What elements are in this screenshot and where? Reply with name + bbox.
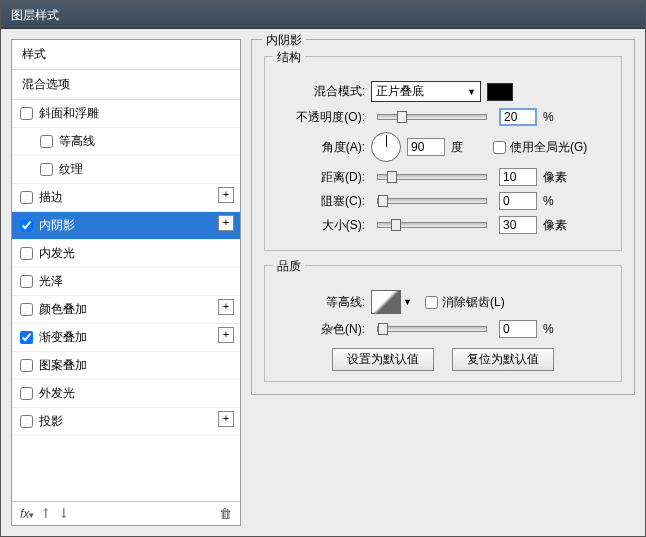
angle-label: 角度(A): — [275, 139, 365, 156]
set-default-button[interactable]: 设置为默认值 — [332, 348, 434, 371]
size-unit: 像素 — [543, 217, 573, 234]
size-input[interactable] — [499, 216, 537, 234]
layer-style-dialog: 图层样式 样式 混合选项 斜面和浮雕等高线纹理描边+内阴影+内发光光泽颜色叠加+… — [0, 0, 646, 537]
contour-label: 等高线: — [275, 294, 365, 311]
size-slider[interactable] — [377, 222, 487, 228]
add-effect-icon[interactable]: + — [218, 411, 234, 427]
blend-mode-select[interactable]: 正片叠底 ▼ — [371, 81, 481, 102]
structure-title: 结构 — [273, 49, 305, 66]
noise-unit: % — [543, 322, 573, 336]
noise-input[interactable] — [499, 320, 537, 338]
style-label: 描边 — [39, 189, 63, 206]
opacity-unit: % — [543, 110, 573, 124]
noise-slider[interactable] — [377, 326, 487, 332]
style-checkbox[interactable] — [20, 219, 33, 232]
structure-group: 结构 混合模式: 正片叠底 ▼ 不透明度(O): % — [264, 56, 622, 251]
styles-footer: fx▾ 🠕 🠗 🗑 — [12, 501, 240, 525]
style-item-4[interactable]: 内阴影+ — [12, 212, 240, 240]
style-item-9[interactable]: 图案叠加 — [12, 352, 240, 380]
style-item-3[interactable]: 描边+ — [12, 184, 240, 212]
style-item-8[interactable]: 渐变叠加+ — [12, 324, 240, 352]
choke-label: 阻塞(C): — [275, 193, 365, 210]
style-item-7[interactable]: 颜色叠加+ — [12, 296, 240, 324]
style-item-2[interactable]: 纹理 — [12, 156, 240, 184]
styles-header[interactable]: 样式 — [12, 40, 240, 70]
style-checkbox[interactable] — [20, 107, 33, 120]
style-label: 内阴影 — [39, 217, 75, 234]
distance-label: 距离(D): — [275, 169, 365, 186]
chevron-down-icon: ▼ — [467, 87, 476, 97]
chevron-down-icon: ▼ — [403, 297, 412, 307]
quality-title: 品质 — [273, 258, 305, 275]
style-item-1[interactable]: 等高线 — [12, 128, 240, 156]
style-label: 斜面和浮雕 — [39, 105, 99, 122]
titlebar: 图层样式 — [1, 1, 645, 29]
angle-dial[interactable] — [371, 132, 401, 162]
style-checkbox[interactable] — [20, 331, 33, 344]
style-checkbox[interactable] — [40, 135, 53, 148]
style-label: 等高线 — [59, 133, 95, 150]
style-checkbox[interactable] — [20, 191, 33, 204]
styles-list-panel: 样式 混合选项 斜面和浮雕等高线纹理描边+内阴影+内发光光泽颜色叠加+渐变叠加+… — [11, 39, 241, 526]
angle-unit: 度 — [451, 139, 481, 156]
quality-group: 品质 等高线: ▼ 消除锯齿(L) 杂色(N): % — [264, 265, 622, 382]
contour-picker[interactable]: ▼ — [371, 290, 401, 314]
style-checkbox[interactable] — [20, 303, 33, 316]
style-item-5[interactable]: 内发光 — [12, 240, 240, 268]
panel-title: 内阴影 — [262, 32, 306, 49]
blend-mode-label: 混合模式: — [275, 83, 365, 100]
reset-default-button[interactable]: 复位为默认值 — [452, 348, 554, 371]
distance-unit: 像素 — [543, 169, 573, 186]
trash-icon[interactable]: 🗑 — [219, 506, 232, 521]
style-checkbox[interactable] — [20, 247, 33, 260]
style-label: 渐变叠加 — [39, 329, 87, 346]
shadow-color-swatch[interactable] — [487, 83, 513, 101]
global-light-checkbox[interactable]: 使用全局光(G) — [493, 139, 587, 156]
add-effect-icon[interactable]: + — [218, 215, 234, 231]
move-down-icon[interactable]: 🠗 — [58, 507, 70, 521]
distance-slider[interactable] — [377, 174, 487, 180]
noise-label: 杂色(N): — [275, 321, 365, 338]
opacity-label: 不透明度(O): — [275, 109, 365, 126]
style-checkbox[interactable] — [20, 387, 33, 400]
add-effect-icon[interactable]: + — [218, 327, 234, 343]
style-label: 外发光 — [39, 385, 75, 402]
add-effect-icon[interactable]: + — [218, 187, 234, 203]
style-checkbox[interactable] — [20, 359, 33, 372]
opacity-input[interactable] — [499, 108, 537, 126]
fx-menu[interactable]: fx▾ — [20, 507, 34, 521]
style-label: 光泽 — [39, 273, 63, 290]
choke-input[interactable] — [499, 192, 537, 210]
style-item-0[interactable]: 斜面和浮雕 — [12, 100, 240, 128]
distance-input[interactable] — [499, 168, 537, 186]
style-item-11[interactable]: 投影+ — [12, 408, 240, 436]
antialias-checkbox[interactable]: 消除锯齿(L) — [425, 294, 505, 311]
style-checkbox[interactable] — [20, 415, 33, 428]
inner-shadow-group: 内阴影 结构 混合模式: 正片叠底 ▼ 不透明度(O): — [251, 39, 635, 395]
style-label: 图案叠加 — [39, 357, 87, 374]
blend-options-header[interactable]: 混合选项 — [12, 70, 240, 100]
style-label: 颜色叠加 — [39, 301, 87, 318]
style-label: 纹理 — [59, 161, 83, 178]
style-item-6[interactable]: 光泽 — [12, 268, 240, 296]
add-effect-icon[interactable]: + — [218, 299, 234, 315]
choke-unit: % — [543, 194, 573, 208]
style-item-10[interactable]: 外发光 — [12, 380, 240, 408]
move-up-icon[interactable]: 🠕 — [40, 507, 52, 521]
opacity-slider[interactable] — [377, 114, 487, 120]
style-checkbox[interactable] — [20, 275, 33, 288]
style-label: 投影 — [39, 413, 63, 430]
style-label: 内发光 — [39, 245, 75, 262]
angle-input[interactable] — [407, 138, 445, 156]
style-checkbox[interactable] — [40, 163, 53, 176]
choke-slider[interactable] — [377, 198, 487, 204]
window-title: 图层样式 — [11, 8, 59, 22]
size-label: 大小(S): — [275, 217, 365, 234]
